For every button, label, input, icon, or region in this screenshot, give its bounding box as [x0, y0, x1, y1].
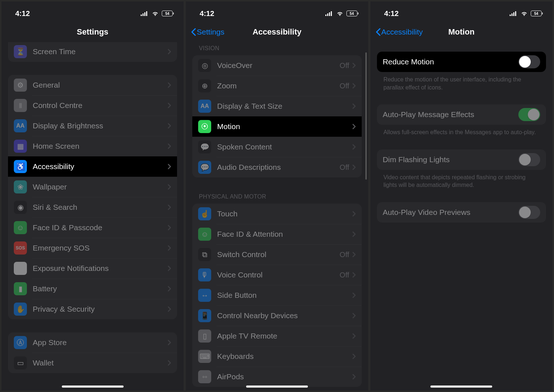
- zoom-icon: ⊕: [198, 79, 211, 92]
- row-label: Accessibility: [33, 162, 168, 171]
- row-label: Keyboards: [217, 352, 352, 361]
- row-label: Switch Control: [217, 250, 340, 259]
- nav-bar: Settings: [1, 22, 184, 42]
- toggle-reduce-motion[interactable]: [518, 55, 540, 68]
- accessibility-scroll-content[interactable]: VISION◎VoiceOverOff⊕ZoomOffAADisplay & T…: [186, 42, 368, 391]
- settings-row-apple-tv-remote[interactable]: ▯Apple TV Remote: [192, 326, 361, 346]
- voice-icon: 🎙: [198, 268, 211, 281]
- settings-row-general[interactable]: ⚙General: [8, 75, 177, 95]
- settings-row-side-button[interactable]: ↔Side Button: [192, 285, 361, 305]
- settings-row-exposure-notifications[interactable]: ✲Exposure Notifications: [8, 258, 177, 279]
- settings-row-control-nearby-devices[interactable]: 📱Control Nearby Devices: [192, 305, 361, 326]
- settings-row-siri-search[interactable]: ◉Siri & Search: [8, 197, 177, 217]
- settings-row-spoken-content[interactable]: 💬Spoken Content: [192, 137, 361, 157]
- back-button[interactable]: Accessibility: [376, 28, 423, 36]
- status-indicators: 54: [141, 11, 173, 16]
- settings-row-wallet[interactable]: ▭Wallet: [8, 353, 177, 373]
- chevron-right-icon: [352, 252, 356, 257]
- chevron-right-icon: [352, 313, 356, 319]
- settings-row-touch[interactable]: ☝Touch: [192, 204, 361, 224]
- svg-rect-7: [331, 11, 332, 16]
- settings-row-auto-play-video-previews: Auto-Play Video Previews: [377, 202, 546, 223]
- appstore-icon: Ⓐ: [14, 336, 27, 349]
- row-label: Voice Control: [217, 271, 340, 279]
- row-label: Wallet: [33, 359, 168, 367]
- settings-row-wallpaper[interactable]: ❀Wallpaper: [8, 177, 177, 197]
- settings-row-airpods[interactable]: ◦◦AirPods: [192, 367, 361, 387]
- settings-row-app-store[interactable]: ⒶApp Store: [8, 332, 177, 353]
- cellular-signal-icon: [325, 11, 333, 16]
- screenshot-settings-root: 4:12 54 Settings ◐Focus⏳Screen Time ⚙Gen…: [1, 1, 184, 391]
- chevron-right-icon: [352, 211, 356, 217]
- svg-rect-11: [515, 11, 516, 16]
- page-title: Accessibility: [253, 27, 302, 37]
- row-label: Exposure Notifications: [33, 264, 168, 273]
- home-indicator[interactable]: [430, 385, 492, 388]
- toggle-auto-play-video-previews[interactable]: [518, 206, 540, 219]
- scrollbar[interactable]: [365, 52, 367, 180]
- row-label: App Store: [33, 338, 168, 347]
- keyboard-icon: ⌨: [198, 350, 211, 363]
- row-label: Screen Time: [33, 47, 168, 56]
- settings-row-face-id-passcode[interactable]: ☺Face ID & Passcode: [8, 217, 177, 238]
- row-label: Reduce Motion: [383, 57, 518, 66]
- switch-icon: ⧉: [198, 248, 211, 261]
- toggle-dim-flashing-lights[interactable]: [518, 153, 540, 166]
- chevron-right-icon: [168, 82, 171, 88]
- settings-row-privacy-security[interactable]: ✋Privacy & Security: [8, 299, 177, 319]
- settings-row-display-text-size[interactable]: AADisplay & Text Size: [192, 96, 361, 116]
- row-label: Wallpaper: [33, 183, 168, 191]
- settings-row-display-brightness[interactable]: AADisplay & Brightness: [8, 116, 177, 136]
- settings-row-screen-time[interactable]: ⏳Screen Time: [8, 42, 177, 62]
- back-button[interactable]: Settings: [191, 28, 224, 36]
- nav-bar: Accessibility Motion: [370, 22, 553, 42]
- settings-row-keyboards[interactable]: ⌨Keyboards: [192, 346, 361, 367]
- settings-row-motion[interactable]: ⦿Motion: [192, 116, 361, 137]
- page-title: Motion: [448, 27, 474, 37]
- row-label: Control Nearby Devices: [217, 311, 352, 320]
- chevron-right-icon: [168, 49, 171, 55]
- screenshot-motion: 4:12 54 Accessibility Motion Reduce Moti…: [370, 1, 553, 391]
- touch-icon: ☝: [198, 207, 211, 220]
- chevron-right-icon: [352, 164, 356, 170]
- chevron-right-icon: [168, 360, 171, 366]
- row-label: Face ID & Passcode: [33, 223, 168, 232]
- wifi-icon: [152, 11, 159, 16]
- row-value: Off: [340, 82, 349, 90]
- chevron-right-icon: [168, 164, 171, 169]
- row-label: Touch: [217, 209, 352, 218]
- aa-icon: AA: [14, 119, 27, 132]
- svg-rect-8: [510, 15, 511, 16]
- settings-row-voiceover[interactable]: ◎VoiceOverOff: [192, 55, 361, 76]
- toggle-auto-play-message-effects[interactable]: [518, 108, 540, 121]
- chevron-right-icon: [168, 340, 171, 345]
- settings-row-zoom[interactable]: ⊕ZoomOff: [192, 76, 361, 96]
- sos-icon: SOS: [14, 241, 27, 255]
- status-indicators: 54: [510, 11, 542, 16]
- settings-row-battery[interactable]: ▮Battery: [8, 279, 177, 299]
- section-footer-note: Reduce the motion of the user interface,…: [377, 72, 546, 91]
- settings-row-emergency-sos[interactable]: SOSEmergency SOS: [8, 238, 177, 258]
- settings-row-voice-control[interactable]: 🎙Voice ControlOff: [192, 265, 361, 285]
- settings-row-control-centre[interactable]: ⫴Control Centre: [8, 95, 177, 116]
- sliders-icon: ⫴: [14, 99, 27, 112]
- settings-scroll-content[interactable]: ◐Focus⏳Screen Time ⚙General⫴Control Cent…: [1, 42, 184, 391]
- row-label: Home Screen: [33, 142, 168, 151]
- home-indicator[interactable]: [62, 385, 124, 388]
- settings-row-face-id-attention[interactable]: ☺Face ID & Attention: [192, 224, 361, 244]
- status-time: 4:12: [15, 9, 30, 18]
- speech-icon: 💬: [198, 140, 211, 153]
- home-indicator[interactable]: [246, 385, 308, 388]
- settings-row-reduce-motion: Reduce Motion: [377, 52, 546, 72]
- vo-icon: ◎: [198, 59, 211, 72]
- motion-scroll-content[interactable]: Reduce MotionReduce the motion of the us…: [370, 42, 553, 391]
- settings-row-accessibility[interactable]: ♿Accessibility: [8, 156, 177, 177]
- chevron-right-icon: [168, 286, 171, 292]
- settings-row-switch-control[interactable]: ⧉Switch ControlOff: [192, 244, 361, 265]
- row-label: Battery: [33, 284, 168, 293]
- chevron-right-icon: [168, 204, 171, 210]
- row-label: Apple TV Remote: [217, 332, 352, 340]
- row-label: Control Centre: [33, 101, 168, 110]
- settings-row-audio-descriptions[interactable]: 💬Audio DescriptionsOff: [192, 157, 361, 177]
- settings-row-home-screen[interactable]: ▦Home Screen: [8, 136, 177, 156]
